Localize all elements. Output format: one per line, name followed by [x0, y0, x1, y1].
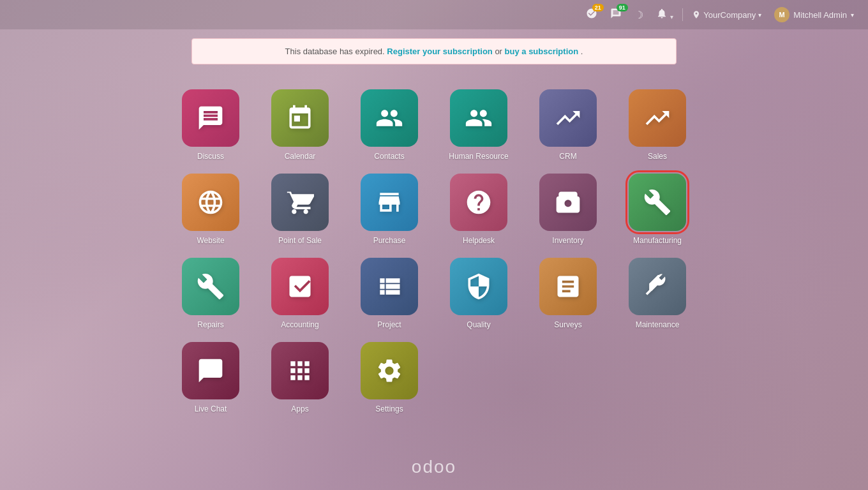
topbar: 21 91 ☽ ▾ YourCompany ▾ M Mitchell Admin…	[0, 0, 868, 29]
notification-banner: This database has expired. Register your…	[191, 38, 677, 64]
app-label-helpdesk: Helpdesk	[463, 236, 495, 245]
app-item-inventory[interactable]: Inventory	[539, 174, 597, 245]
footer-logo: odoo	[412, 457, 456, 477]
app-label-apps: Apps	[291, 405, 308, 413]
banner-or: or	[495, 47, 504, 56]
app-icon-discuss	[182, 89, 239, 147]
app-label-pos: Point of Sale	[278, 236, 322, 245]
app-label-livechat: Live Chat	[195, 405, 227, 413]
app-icon-maintenance	[629, 258, 686, 315]
app-icon-manufacturing	[629, 174, 686, 231]
app-item-website[interactable]: Website	[182, 174, 239, 245]
app-item-accounting[interactable]: Accounting	[271, 258, 329, 329]
app-label-quality: Quality	[467, 320, 490, 329]
app-icon-sales	[629, 89, 686, 147]
avatar: M	[774, 7, 789, 22]
app-label-surveys: Surveys	[554, 320, 581, 329]
app-item-crm[interactable]: CRM	[539, 89, 597, 161]
app-item-contacts[interactable]: Contacts	[361, 89, 418, 161]
app-label-repairs: Repairs	[197, 320, 223, 329]
app-label-maintenance: Maintenance	[636, 320, 680, 329]
app-label-settings: Settings	[375, 405, 403, 413]
buy-link[interactable]: buy a subscription	[505, 47, 579, 56]
banner-text: This database has expired.	[285, 47, 385, 56]
app-item-sales[interactable]: Sales	[629, 89, 686, 161]
app-item-apps[interactable]: Apps	[271, 342, 329, 413]
app-icon-purchase	[361, 174, 418, 231]
app-label-manufacturing: Manufacturing	[633, 236, 682, 245]
app-icon-pos	[271, 174, 329, 231]
topbar-divider	[682, 8, 683, 21]
app-label-accounting: Accounting	[281, 320, 318, 329]
app-icon-inventory	[539, 174, 597, 231]
app-label-website: Website	[197, 236, 224, 245]
activity-icon[interactable]: 21	[582, 5, 601, 24]
app-item-purchase[interactable]: Purchase	[361, 174, 418, 245]
user-name: Mitchell Admin	[793, 10, 847, 20]
app-icon-crm	[539, 89, 597, 147]
moon-icon[interactable]: ☽	[631, 6, 647, 24]
app-label-purchase: Purchase	[373, 236, 406, 245]
app-item-quality[interactable]: Quality	[450, 258, 507, 329]
notifications-icon[interactable]: ▾	[652, 5, 677, 24]
app-grid: DiscussCalendarContactsHuman ResourceCRM…	[172, 89, 696, 413]
app-label-sales: Sales	[648, 152, 667, 161]
app-label-discuss: Discuss	[197, 152, 224, 161]
user-menu[interactable]: M Mitchell Admin ▾	[770, 4, 858, 25]
banner-end: .	[581, 47, 583, 56]
app-item-discuss[interactable]: Discuss	[182, 89, 239, 161]
messages-badge: 91	[617, 4, 628, 11]
app-item-settings[interactable]: Settings	[361, 342, 418, 413]
app-label-contacts: Contacts	[374, 152, 404, 161]
app-item-surveys[interactable]: Surveys	[539, 258, 597, 329]
app-icon-website	[182, 174, 239, 231]
app-item-maintenance[interactable]: Maintenance	[629, 258, 686, 329]
app-item-helpdesk[interactable]: Helpdesk	[450, 174, 507, 245]
company-selector[interactable]: YourCompany ▾	[688, 8, 765, 22]
app-icon-accounting	[271, 258, 329, 315]
app-icon-project	[361, 258, 418, 315]
app-label-project: Project	[377, 320, 401, 329]
app-item-manufacturing[interactable]: Manufacturing	[629, 174, 686, 245]
app-item-repairs[interactable]: Repairs	[182, 258, 239, 329]
register-link[interactable]: Register your subscription	[387, 47, 492, 56]
app-label-crm: CRM	[559, 152, 576, 161]
app-icon-settings	[361, 342, 418, 399]
app-icon-quality	[450, 258, 507, 315]
app-item-hr[interactable]: Human Resource	[449, 89, 508, 161]
app-item-livechat[interactable]: Live Chat	[182, 342, 239, 413]
app-icon-contacts	[361, 89, 418, 147]
activity-badge: 21	[592, 4, 604, 11]
company-name: YourCompany	[703, 10, 756, 20]
app-label-calendar: Calendar	[285, 152, 316, 161]
app-item-calendar[interactable]: Calendar	[271, 89, 329, 161]
app-item-project[interactable]: Project	[361, 258, 418, 329]
app-icon-hr	[450, 89, 507, 147]
app-icon-surveys	[539, 258, 597, 315]
app-icon-repairs	[182, 258, 239, 315]
app-icon-calendar	[271, 89, 329, 147]
app-icon-helpdesk	[450, 174, 507, 231]
app-icon-livechat	[182, 342, 239, 399]
messages-icon[interactable]: 91	[606, 5, 625, 24]
app-item-pos[interactable]: Point of Sale	[271, 174, 329, 245]
app-label-hr: Human Resource	[449, 152, 508, 161]
app-label-inventory: Inventory	[552, 236, 583, 245]
app-icon-apps	[271, 342, 329, 399]
